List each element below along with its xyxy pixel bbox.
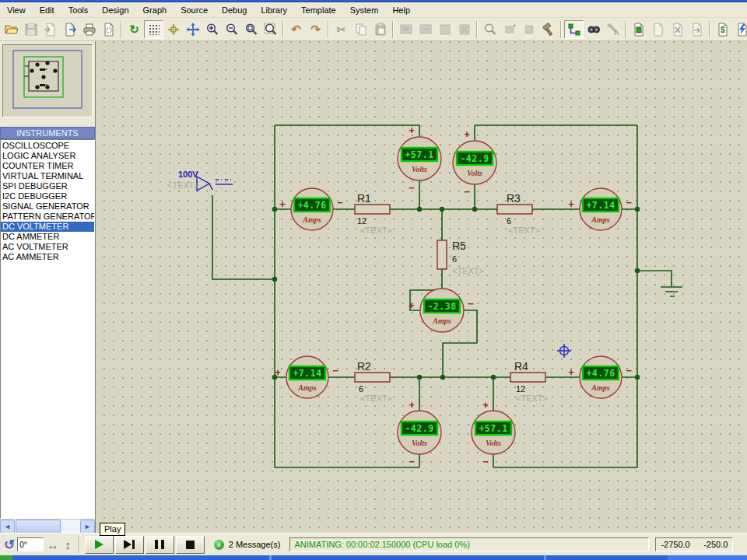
resistor-r5[interactable]: R5 6 <TEXT> [437, 240, 484, 275]
start-button-edge[interactable] [0, 555, 12, 560]
svg-text:<TEXT>: <TEXT> [360, 394, 392, 403]
redo-icon[interactable]: ↷ [306, 20, 325, 39]
svg-text:6: 6 [507, 216, 511, 226]
schematic-canvas[interactable]: 100V <TEXT> R1 12 <TEXT> R2 6 <TEXT> [95, 41, 747, 533]
undo-icon[interactable]: ↶ [286, 20, 306, 39]
cut-icon[interactable]: ✂ [331, 20, 351, 39]
mirror-vertical-icon[interactable]: ↕ [65, 538, 71, 551]
menu-debug[interactable]: Debug [215, 4, 254, 16]
svg-text:+57.1: +57.1 [479, 423, 507, 434]
menu-system[interactable]: System [343, 4, 386, 16]
step-button[interactable] [115, 536, 144, 554]
open-design-icon[interactable] [2, 20, 21, 39]
pan-icon[interactable] [183, 20, 202, 39]
instrument-virtual-terminal[interactable]: VIRTUAL TERMINAL [1, 171, 94, 181]
scroll-left-button[interactable]: ◄ [0, 520, 15, 534]
mark-output-area-icon[interactable] [99, 20, 118, 39]
zoom-in-icon[interactable] [202, 20, 222, 39]
menu-source[interactable]: Source [174, 4, 215, 16]
scroll-thumb[interactable] [16, 520, 61, 534]
svg-text:$: $ [721, 26, 725, 34]
resistor-r2[interactable]: R2 6 <TEXT> [355, 360, 392, 403]
block-copy-icon[interactable] [396, 20, 416, 39]
svg-text:+: + [409, 399, 415, 411]
design-explorer-icon[interactable] [629, 20, 648, 39]
instrument-oscilloscope[interactable]: OSCILLOSCOPE [1, 141, 94, 151]
copy-icon[interactable] [351, 20, 370, 39]
menu-library[interactable]: Library [254, 4, 294, 16]
resistor-r1[interactable]: R1 12 <TEXT> [355, 192, 392, 235]
remove-sheet-icon[interactable] [668, 20, 687, 39]
toolbar-separator [328, 21, 329, 38]
decompose-icon[interactable] [538, 20, 558, 39]
property-assignment-icon[interactable]: A [603, 20, 622, 39]
schematic-overview[interactable] [2, 44, 93, 117]
block-move-icon[interactable] [416, 20, 435, 39]
svg-text:−: − [464, 186, 470, 198]
instrument-signal-generator[interactable]: SIGNAL GENERATOR [1, 201, 94, 212]
svg-text:<TEXT>: <TEXT> [452, 266, 484, 275]
new-sheet-icon[interactable] [648, 20, 668, 39]
resistor-r3[interactable]: R3 6 <TEXT> [497, 192, 540, 235]
goto-sheet-icon[interactable] [687, 20, 707, 39]
instruments-list: OSCILLOSCOPE LOGIC ANALYSER COUNTER TIME… [0, 139, 95, 519]
svg-text:−: − [482, 456, 489, 467]
menu-graph[interactable]: Graph [136, 4, 174, 16]
save-design-icon[interactable] [21, 20, 40, 39]
zoom-out-icon[interactable] [222, 20, 241, 39]
import-section-icon[interactable] [40, 20, 60, 39]
menu-tools[interactable]: Tools [61, 4, 96, 16]
print-icon[interactable] [79, 20, 99, 39]
ground-symbol[interactable] [637, 271, 682, 296]
block-rotate-icon[interactable] [435, 20, 454, 39]
menu-edit[interactable]: Edit [33, 4, 61, 16]
scroll-track[interactable] [15, 520, 80, 533]
instrument-counter-timer[interactable]: COUNTER TIMER [1, 161, 94, 171]
dc-source-100v[interactable]: 100V <TEXT> [167, 170, 233, 191]
svg-text:+: + [568, 198, 574, 210]
proteus-isis-window: View Edit Tools Design Graph Source Debu… [0, 0, 747, 560]
instrument-ac-ammeter[interactable]: AC AMMETER [1, 252, 94, 262]
rotation-angle-input[interactable] [17, 537, 44, 551]
zoom-all-icon[interactable] [241, 20, 261, 39]
paste-icon[interactable] [370, 20, 390, 39]
packaging-tool-icon[interactable] [519, 20, 538, 39]
message-count[interactable]: 2 Message(s) [229, 540, 281, 549]
toggle-grid-icon[interactable] [144, 20, 163, 39]
svg-text:R2: R2 [357, 360, 371, 373]
svg-text:−: − [468, 298, 474, 310]
block-delete-icon[interactable] [454, 20, 474, 39]
instrument-pattern-generator[interactable]: PATTERN GENERATOR [1, 212, 94, 222]
menu-help[interactable]: Help [385, 4, 417, 16]
electrical-rule-check-icon[interactable] [732, 20, 747, 39]
rotate-anticlockwise-icon[interactable]: ↺ [4, 537, 15, 553]
menu-view[interactable]: View [0, 4, 33, 16]
resistor-r4[interactable]: R4 12 <TEXT> [510, 360, 548, 403]
instrument-ac-voltmeter[interactable]: AC VOLTMETER [1, 242, 94, 252]
pause-button[interactable] [146, 536, 174, 554]
zoom-area-icon[interactable] [261, 20, 280, 39]
make-device-icon[interactable]: + [500, 20, 519, 39]
source-label: 100V [178, 170, 198, 179]
pick-device-icon[interactable] [480, 20, 500, 39]
instrument-dc-voltmeter[interactable]: DC VOLTMETER [1, 222, 94, 232]
instrument-logic-analyser[interactable]: LOGIC ANALYSER [1, 151, 94, 161]
instrument-dc-ammeter[interactable]: DC AMMETER [1, 232, 94, 242]
play-button[interactable] [85, 536, 114, 554]
instrument-spi-debugger[interactable]: SPI DEBUGGER [1, 181, 94, 191]
menu-design[interactable]: Design [95, 4, 135, 16]
search-tag-icon[interactable] [584, 20, 603, 39]
menu-template[interactable]: Template [294, 4, 343, 16]
scroll-right-button[interactable]: ► [80, 520, 95, 534]
mirror-horizontal-icon[interactable]: ↔ [47, 538, 58, 551]
wire-autorouter-icon[interactable] [564, 20, 584, 39]
redraw-icon[interactable]: ↻ [124, 20, 144, 39]
bill-of-materials-icon[interactable]: $ [713, 20, 732, 39]
stop-button[interactable] [176, 536, 205, 554]
instrument-i2c-debugger[interactable]: I2C DEBUGGER [1, 191, 94, 201]
export-section-icon[interactable] [60, 20, 79, 39]
crosshair-cursor [557, 344, 571, 358]
menu-bar: View Edit Tools Design Graph Source Debu… [0, 2, 747, 18]
origin-icon[interactable] [163, 20, 183, 39]
info-icon[interactable]: i [214, 540, 224, 550]
